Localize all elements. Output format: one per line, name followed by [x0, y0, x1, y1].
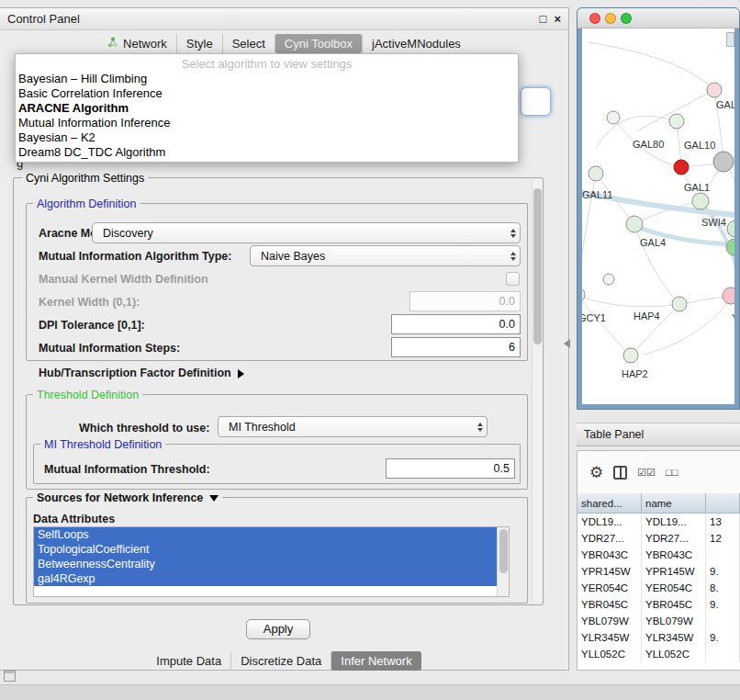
network-node[interactable] — [607, 111, 620, 124]
bottom-tab-impute-data[interactable]: Impute Data — [147, 651, 230, 671]
algorithm-option[interactable]: ARACNE Algorithm — [16, 101, 518, 116]
network-node[interactable] — [589, 166, 603, 181]
network-node[interactable] — [672, 297, 687, 311]
node-label: GAL10 — [684, 140, 715, 151]
network-node[interactable] — [723, 288, 734, 304]
tab-jactivemnodules[interactable]: jActiveMNodules — [362, 34, 470, 53]
network-node[interactable] — [623, 348, 638, 363]
table-row[interactable]: YER054CYER054C8. — [577, 580, 740, 596]
split-collapse-icon[interactable] — [564, 339, 570, 348]
sources-group-toggle[interactable]: Sources for Network Inference — [33, 491, 222, 504]
network-node[interactable] — [582, 288, 585, 302]
which-threshold-value: MI Threshold — [229, 421, 296, 434]
tab-label: Network — [123, 37, 167, 51]
table-cell: 9. — [706, 563, 740, 580]
node-label: GAL4 — [640, 237, 666, 248]
algorithm-options-list: Bayesian – Hill ClimbingBasic Correlatio… — [16, 72, 518, 160]
sources-group-title: Sources for Network Inference — [37, 491, 203, 504]
data-attribute-item[interactable]: BetweennessCentrality — [34, 557, 497, 571]
tab-cyni-toolbox[interactable]: Cyni Toolbox — [275, 34, 362, 53]
float-window-icon[interactable]: □ — [540, 12, 547, 26]
kernel-width-input[interactable]: 0.0 — [409, 291, 521, 311]
table-cell: 13 — [706, 514, 740, 530]
mi-steps-input[interactable]: 6 — [391, 337, 521, 357]
table-panel-titlebar: Table Panel — [577, 423, 740, 446]
node-label: SWI4 — [701, 217, 726, 228]
mi-threshold-input[interactable]: 0.5 — [386, 458, 515, 479]
apply-button[interactable]: Apply — [246, 619, 310, 639]
background-focused-field[interactable] — [521, 87, 551, 116]
table-cell: YDR27... — [642, 530, 706, 547]
select-arrows-icon — [510, 252, 516, 261]
table-cell — [706, 646, 740, 662]
data-attributes-list[interactable]: SelfLoopsTopologicalCoefficientBetweenne… — [33, 526, 510, 597]
tab-select[interactable]: Select — [222, 34, 275, 53]
select-all-icon[interactable]: ☑☑ — [637, 467, 656, 479]
aracne-mode-select[interactable]: Discovery — [92, 222, 521, 243]
bottom-tab-bar: Impute DataDiscretize DataInfer Network — [0, 651, 568, 671]
algorithm-option[interactable]: Bayesian – K2 — [16, 130, 518, 145]
minimize-traffic-light-icon[interactable] — [605, 13, 616, 24]
table-row[interactable]: YDL19...YDL19...13 — [577, 514, 740, 530]
network-edge[interactable] — [589, 42, 714, 90]
network-canvas[interactable]: GALGAL80GAL10GAL11GAL1SWI4GAL4GCY1HAP4YH… — [582, 28, 734, 404]
tab-network[interactable]: Network — [98, 34, 176, 53]
list-scrollbar[interactable] — [497, 527, 509, 596]
list-scrollbar-thumb[interactable] — [499, 529, 508, 573]
manual-kernel-width-checkbox[interactable] — [506, 272, 520, 286]
tab-style[interactable]: Style — [176, 34, 222, 53]
network-edge[interactable] — [644, 296, 731, 355]
zoom-traffic-light-icon[interactable] — [621, 13, 632, 24]
algorithm-option[interactable]: Dream8 DC_TDC Algorithm — [16, 145, 518, 160]
table-row[interactable]: YPR145WYPR145W9. — [577, 563, 740, 580]
dpi-tolerance-input[interactable]: 0.0 — [391, 314, 521, 334]
algorithm-option[interactable]: Bayesian – Hill Climbing — [16, 72, 518, 86]
gear-icon[interactable]: ⚙ — [589, 465, 603, 480]
network-node[interactable] — [626, 216, 643, 232]
settings-scrollbar[interactable] — [532, 181, 543, 602]
table-cell: YPR145W — [577, 563, 642, 580]
table-panel: ⚙ ☑☑ □□ shared...name YDL19...YDL19...13… — [577, 450, 740, 671]
bottom-tab-infer-network[interactable]: Infer Network — [331, 651, 420, 671]
which-threshold-select[interactable]: MI Threshold — [218, 416, 488, 437]
settings-scrollbar-thumb[interactable] — [533, 188, 542, 344]
network-graph: GALGAL80GAL10GAL11GAL1SWI4GAL4GCY1HAP4YH… — [582, 28, 734, 404]
table-row[interactable]: YBR045CYBR045C9. — [577, 596, 740, 613]
algorithm-option[interactable]: Basic Correlation Inference — [16, 86, 518, 101]
table-row[interactable]: YBR043CYBR043C — [577, 547, 740, 563]
panel-toggle-icon[interactable] — [4, 670, 16, 682]
algorithm-option[interactable]: Mutual Information Inference — [16, 116, 518, 130]
network-node[interactable] — [713, 152, 734, 172]
column-header[interactable] — [706, 493, 740, 514]
deselect-all-icon[interactable]: □□ — [666, 467, 678, 478]
column-header[interactable]: shared... — [577, 493, 642, 514]
column-header[interactable]: name — [642, 493, 706, 514]
table-cell: 12 — [706, 530, 740, 547]
select-arrows-icon — [477, 423, 483, 432]
data-attribute-item[interactable]: gal4RGexp — [34, 571, 497, 586]
bottom-tab-discretize-data[interactable]: Discretize Data — [230, 651, 331, 671]
table-row[interactable]: YLL052CYLL052C — [577, 646, 740, 662]
columns-icon[interactable] — [613, 466, 627, 480]
birdseye-toggle-icon[interactable] — [726, 32, 734, 47]
settings-group-title: Cyni Algorithm Settings — [22, 172, 148, 185]
data-attribute-item[interactable]: SelfLoops — [34, 527, 497, 542]
table-row[interactable]: YDR27...YDR27...12 — [577, 530, 740, 547]
network-node[interactable] — [669, 114, 684, 129]
close-icon[interactable]: × — [554, 13, 561, 26]
data-attributes-items: SelfLoopsTopologicalCoefficientBetweenne… — [34, 527, 509, 586]
hub-tf-definition-toggle[interactable]: Hub/Transcription Factor Definition — [39, 367, 244, 379]
data-attribute-item[interactable]: TopologicalCoefficient — [34, 542, 497, 557]
table-row[interactable]: YLR345WYLR345W9. — [577, 629, 740, 646]
network-node[interactable] — [692, 193, 709, 209]
tab-label: Style — [186, 37, 213, 51]
table-cell: YLR345W — [642, 629, 706, 646]
network-node[interactable] — [674, 160, 689, 175]
network-node[interactable] — [603, 274, 614, 285]
network-node[interactable] — [707, 83, 722, 97]
network-edge[interactable] — [582, 295, 631, 356]
close-traffic-light-icon[interactable] — [589, 13, 600, 24]
table-row[interactable]: YBL079WYBL079W — [577, 613, 740, 629]
network-edge[interactable] — [582, 295, 679, 307]
mi-algorithm-type-select[interactable]: Naive Bayes — [250, 245, 521, 266]
